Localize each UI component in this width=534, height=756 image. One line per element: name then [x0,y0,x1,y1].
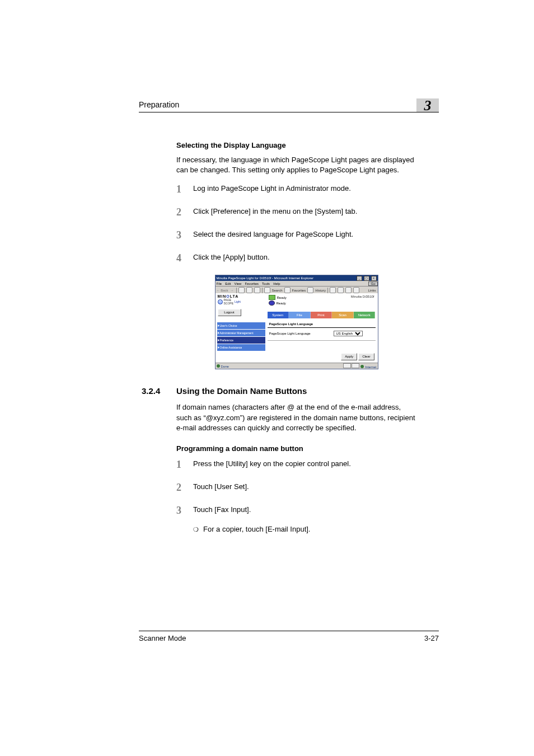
footer-page: 3-27 [424,634,439,642]
globe-icon [218,299,223,304]
step-item: 1Press the [Utility] key on the copier c… [176,458,416,473]
tab-print[interactable]: Print [311,312,332,318]
section-title: Using the Domain Name Buttons [176,386,307,396]
rule [268,327,376,328]
window-titlebar: Minolta PageScope Light for Di3510f - Mi… [216,275,378,281]
back-button[interactable]: ← Back [217,289,228,292]
separator [236,288,237,293]
discuss-icon[interactable] [353,287,359,293]
panel-heading: PageScope Light Language [268,320,376,327]
status-done: Done [217,364,229,368]
stop-icon[interactable] [238,287,245,293]
separator [327,288,328,293]
header-rule [139,112,439,112]
menu-edit[interactable]: Edit [225,282,231,285]
zone-label: Internet [365,365,376,369]
step-item: 2Click [Preference] in the menu on the [… [176,206,416,221]
search-label: Search [272,289,283,292]
clear-button[interactable]: Clear [358,353,374,360]
setting-label: PageScope Light Language [269,332,334,335]
search-icon[interactable] [264,287,270,293]
logout-button[interactable]: Logout [218,309,241,316]
edit-icon[interactable] [345,287,352,293]
step-text: Touch [User Set]. [193,481,249,492]
step-number: 3 [176,228,193,243]
status-text: Ready [277,302,286,305]
home-icon[interactable] [254,287,260,293]
tab-system[interactable]: System [268,312,289,318]
language-select[interactable]: US English [334,331,363,336]
internet-zone-icon [360,365,364,368]
chapter-title: Preparation [139,100,179,109]
history-icon[interactable] [307,287,313,293]
menu-favorites[interactable]: Favorites [245,282,259,285]
action-buttons: Apply Clear [341,353,374,360]
apply-button[interactable]: Apply [341,353,357,360]
nav-admin-management[interactable]: Administrator Management [217,330,265,336]
chapter-number: 3 [416,98,439,112]
favorites-label: Favorites [292,289,306,292]
links-label: Links [368,289,376,292]
print-icon[interactable] [338,287,344,293]
page-header: Preparation [139,100,439,116]
brand-column: MINOLTA PAGESCOPE Light Logout [218,294,266,316]
menu-view[interactable]: View [235,282,242,285]
sub-bullet: ❍ For a copier, touch [E-mail Input]. [193,525,416,533]
step-number: 1 [176,182,193,197]
forward-icon[interactable]: → [231,289,234,292]
step-item: 3Touch [Fax Input]. [176,504,416,519]
browser-body: MINOLTA PAGESCOPE Light Logout Ready Rea… [216,293,378,363]
step-item: 3Select the desired language for PageSco… [176,229,416,244]
model-label: Minolta Di3510f [351,295,374,298]
favorites-icon[interactable] [284,287,291,293]
menu-tools[interactable]: Tools [262,282,270,285]
section-para-domain: If domain names (characters after @ at t… [176,402,416,433]
tabs: System File Print Scan Network [268,312,376,318]
page: Preparation 3 Selecting the Display Lang… [0,0,534,756]
step-text: Press the [Utility] key on the copier co… [193,458,351,469]
history-label: History [315,289,326,292]
menu-help[interactable]: Help [273,282,280,285]
mail-icon[interactable] [330,287,336,293]
section-heading-domain: 3.2.4 Using the Domain Name Buttons [176,386,416,396]
nav-online-assistance[interactable]: Online Assistance [217,344,265,351]
tab-file[interactable]: File [289,312,311,318]
close-icon[interactable]: × [371,276,377,281]
side-nav: User's Choice Administrator Management P… [217,322,265,351]
scanner-status-icon [269,300,275,306]
bullet-icon: ❍ [193,526,203,533]
step-item: 2Touch [User Set]. [176,481,416,496]
step-number: 2 [176,205,193,220]
sub-bullet-text: For a copier, touch [E-mail Input]. [203,525,310,533]
maximize-icon[interactable]: ▢ [364,276,369,281]
done-icon [217,364,220,368]
menu-file[interactable]: File [217,282,222,285]
refresh-icon[interactable] [246,287,252,293]
menubar: File Edit View Favorites Tools Help Go [216,281,378,287]
step-text: Click the [Apply] button. [193,252,270,263]
tab-scan[interactable]: Scan [332,312,354,318]
nav-preference[interactable]: Preference [217,337,265,344]
separator [262,288,263,293]
section-number: 3.2.4 [142,386,176,396]
section-para-language: If necessary, the language in which Page… [176,155,416,175]
step-number: 1 [176,457,193,472]
window-buttons: _ ▢ × [356,276,376,281]
tab-network[interactable]: Network [354,312,376,318]
step-item: 4Click the [Apply] button. [176,252,416,267]
step-text: Select the desired language for PageScop… [193,229,353,240]
device-status: Ready Ready [269,295,287,306]
nav-users-choice[interactable]: User's Choice [217,322,265,329]
step-number: 3 [176,503,193,518]
setting-row: PageScope Light Language US English [268,330,376,337]
minimize-icon[interactable]: _ [357,276,362,281]
screenshot: Minolta PageScope Light for Di3510f - Mi… [215,275,378,369]
status-text: Ready [277,296,287,299]
window-title: Minolta PageScope Light for Di3510f - Mi… [217,276,313,280]
status-zone-area: Internet [343,363,377,369]
brand-logo: MINOLTA [218,294,266,298]
section-heading-language: Selecting the Display Language [176,141,416,149]
steps-list-domain: 1Press the [Utility] key on the copier c… [176,458,416,519]
step-number: 4 [176,251,193,266]
go-button[interactable]: Go [368,281,377,286]
